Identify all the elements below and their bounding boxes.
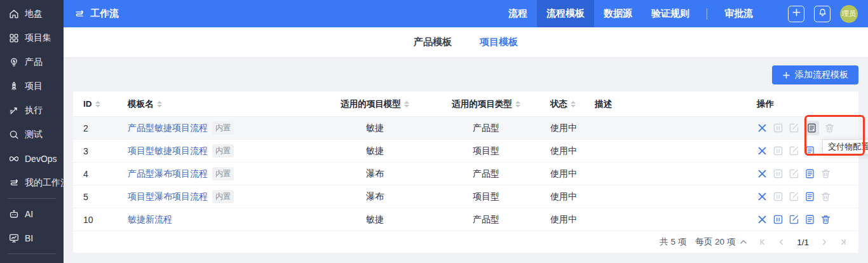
nav-item-approval-flow[interactable]: 审批流 (715, 0, 763, 27)
sidebar-item-execute[interactable]: 执行 (0, 98, 64, 123)
search-icon (8, 129, 20, 140)
cell-template-name: 项目型敏捷项目流程内置 (118, 140, 318, 163)
sidebar-item-label: 项目集 (25, 32, 51, 44)
pause-icon (773, 145, 783, 156)
sidebar-item-label: 测试 (25, 129, 43, 140)
deliverable-icon[interactable] (804, 145, 815, 156)
sidebar-item-project[interactable]: 项目 (0, 74, 64, 98)
cell-template-name: 敏捷新流程 (118, 208, 318, 231)
add-template-button[interactable]: 添加流程模板 (772, 65, 858, 84)
create-button[interactable] (788, 6, 804, 22)
plus-icon (782, 71, 790, 79)
prev-page-icon[interactable] (776, 237, 787, 247)
tab-product-template[interactable]: 产品模板 (414, 36, 452, 48)
sidebar-item-my-workflow[interactable]: 我的工作流 (0, 171, 64, 195)
edit-icon[interactable] (789, 214, 799, 225)
pagination: 共 5 项 每页 20 项 1/1 (73, 231, 858, 253)
sort-caret-icon[interactable] (157, 101, 162, 107)
sort-caret-icon[interactable] (404, 101, 409, 107)
table-row: 2产品型敏捷项目流程内置敏捷产品型使用中 (73, 117, 858, 140)
sidebar-item-product[interactable]: 产品 (0, 50, 64, 74)
design-icon[interactable] (757, 191, 768, 202)
design-icon[interactable] (757, 214, 768, 225)
app-title-wrap: 工作流 (74, 8, 119, 20)
pause-icon[interactable] (773, 214, 783, 225)
tab-project-template[interactable]: 项目模板 (480, 36, 518, 48)
deliverable-icon[interactable] (804, 191, 815, 202)
nav-item-data-source[interactable]: 数据源 (594, 0, 642, 27)
top-header: 工作流 流程流程模板数据源验证规则审批流 理员 (64, 0, 868, 27)
pause-icon (773, 168, 783, 179)
sidebar-item-test[interactable]: 测试 (0, 123, 64, 147)
avatar[interactable]: 理员 (840, 5, 858, 23)
nav-item-process-template[interactable]: 流程模板 (537, 0, 594, 27)
column-header-type[interactable]: 适用的项目类型 (432, 91, 540, 117)
cell-project-model: 瀑布 (318, 163, 432, 185)
sidebar-item-label: 执行 (25, 105, 43, 116)
design-icon[interactable] (757, 168, 768, 179)
template-name-link[interactable]: 项目型敏捷项目流程 (128, 145, 208, 156)
template-name-link[interactable]: 敏捷新流程 (128, 214, 172, 224)
builtin-badge: 内置 (212, 167, 234, 180)
template-name-link[interactable]: 产品型敏捷项目流程 (128, 123, 208, 133)
column-header-operations: 操作 (747, 91, 858, 117)
robot-icon (8, 208, 20, 220)
deliverable-icon[interactable] (804, 168, 815, 179)
delete-icon (820, 168, 831, 179)
table-row: 4产品型瀑布项目流程内置瀑布产品型使用中 (73, 163, 858, 185)
first-page-icon[interactable] (757, 237, 768, 247)
next-page-icon[interactable] (819, 237, 829, 247)
cell-project-type: 项目型 (432, 185, 540, 208)
column-label: 模板名 (128, 98, 154, 110)
top-nav: 流程流程模板数据源验证规则审批流 (499, 0, 763, 27)
cell-operations (747, 185, 858, 208)
builtin-badge: 内置 (212, 121, 234, 135)
cell-id: 3 (73, 140, 118, 163)
sidebar-item-devops[interactable]: DevOps (0, 147, 64, 171)
grid-icon (8, 32, 20, 44)
table-row: 10敏捷新流程敏捷产品型使用中 (73, 208, 858, 231)
column-header-id[interactable]: ID (73, 91, 118, 117)
template-table-card: ID模板名适用的项目模型适用的项目类型状态描述操作 2产品型敏捷项目流程内置敏捷… (73, 91, 858, 253)
sidebar-item-home[interactable]: 地盘 (0, 2, 64, 26)
edit-icon (789, 168, 799, 179)
sidebar: 地盘项目集产品项目执行测试DevOps我的工作流AIBI (0, 0, 64, 263)
column-header-name[interactable]: 模板名 (118, 91, 318, 117)
delete-icon (824, 123, 835, 133)
cell-operations (747, 117, 858, 140)
column-header-model[interactable]: 适用的项目模型 (318, 91, 432, 117)
column-label: 描述 (595, 98, 612, 110)
nav-item-process[interactable]: 流程 (499, 0, 537, 27)
cell-description (585, 163, 747, 185)
template-name-link[interactable]: 产品型瀑布项目流程 (128, 168, 208, 179)
sort-caret-icon[interactable] (95, 101, 100, 107)
page-size-selector[interactable]: 每页 20 项 (695, 236, 749, 248)
cell-template-name: 项目型瀑布项目流程内置 (118, 185, 318, 208)
deliverable-icon[interactable] (804, 214, 815, 225)
last-page-icon[interactable] (838, 237, 848, 247)
deliverable-icon[interactable] (804, 121, 819, 135)
sidebar-item-bi[interactable]: BI (0, 226, 64, 250)
column-label: 状态 (550, 98, 567, 110)
builtin-badge: 内置 (212, 190, 234, 203)
add-template-button-label: 添加流程模板 (795, 69, 848, 81)
home-icon (8, 8, 20, 20)
sort-caret-icon[interactable] (515, 101, 520, 107)
delete-icon[interactable] (820, 214, 831, 225)
design-icon[interactable] (757, 145, 768, 156)
design-icon[interactable] (757, 123, 768, 133)
column-label: 操作 (757, 98, 774, 110)
sort-caret-icon[interactable] (571, 101, 576, 107)
page-indicator: 1/1 (797, 238, 809, 247)
column-header-status[interactable]: 状态 (540, 91, 585, 117)
notifications-button[interactable] (814, 6, 831, 22)
nav-item-validation-rule[interactable]: 验证规则 (642, 0, 699, 27)
template-name-link[interactable]: 项目型瀑布项目流程 (128, 191, 208, 201)
sidebar-item-ai[interactable]: AI (0, 202, 64, 226)
sidebar-divider (8, 253, 56, 254)
table-body: 2产品型敏捷项目流程内置敏捷产品型使用中3项目型敏捷项目流程内置敏捷项目型使用中… (73, 117, 858, 231)
header-right: 理员 (788, 5, 858, 23)
bulb-icon (8, 57, 20, 68)
sidebar-item-project-set[interactable]: 项目集 (0, 26, 64, 50)
cell-status: 使用中 (540, 117, 585, 140)
